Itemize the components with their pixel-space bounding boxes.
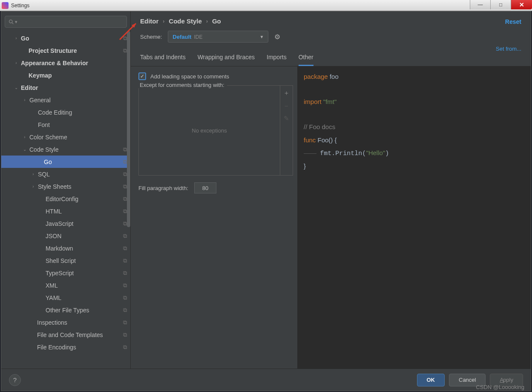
tree-scrollbar[interactable] [127, 31, 130, 369]
tree-item-xml[interactable]: XML⧉ [1, 279, 130, 291]
chevron-icon: ⌄ [13, 85, 19, 90]
scheme-label: Scheme: [140, 34, 162, 40]
leading-space-label: Add leading space to comments [150, 73, 229, 80]
chevron-icon: › [22, 135, 28, 139]
tree-item-shell-script[interactable]: Shell Script⧉ [1, 254, 130, 267]
breadcrumb-part[interactable]: Code Style [169, 17, 202, 25]
dialog-footer: ? OK Cancel Apply [1, 369, 531, 391]
tree-item-file-and-code-templates[interactable]: File and Code Templates⧉ [1, 329, 130, 341]
fill-width-row: Fill paragraph width: [138, 182, 293, 193]
tree-item-color-scheme[interactable]: ›Color Scheme [1, 131, 130, 143]
tree-item-file-encodings[interactable]: File Encodings⧉ [1, 341, 130, 353]
tree-item-json[interactable]: JSON⧉ [1, 230, 130, 242]
tree-item-appearance-behavior[interactable]: ›Appearance & Behavior [1, 57, 130, 69]
maximize-button[interactable]: □ [490, 0, 511, 9]
tree-item-go[interactable]: Go⧉ [1, 156, 130, 168]
tree-item-go[interactable]: ›Go⧉ [1, 32, 130, 44]
svg-point-0 [9, 20, 12, 23]
reset-link[interactable]: Reset [505, 18, 521, 25]
main-panel: Editor › Code Style › Go Reset Scheme: D… [131, 12, 531, 369]
chevron-down-icon: ▼ [259, 35, 264, 39]
breadcrumb-part: Go [212, 17, 221, 25]
breadcrumb: Editor › Code Style › Go [140, 17, 521, 25]
config-scope-icon: ⧉ [123, 196, 127, 202]
tree-item-code-editing[interactable]: Code Editing [1, 106, 130, 118]
except-legend: Except for comments starting with: [137, 82, 227, 88]
leading-space-checkbox-row: ✓ Add leading space to comments [138, 72, 293, 80]
tabs: Tabs and IndentsWrapping and BracesImpor… [131, 46, 531, 66]
tab-other[interactable]: Other [299, 54, 313, 66]
tab-imports[interactable]: Imports [267, 54, 287, 66]
tree-item-project-structure[interactable]: Project Structure⧉ [1, 44, 130, 57]
help-button[interactable]: ? [9, 374, 21, 386]
svg-line-1 [12, 23, 13, 24]
tree-item-typescript[interactable]: TypeScript⧉ [1, 267, 130, 279]
config-scope-icon: ⧉ [123, 47, 127, 54]
config-scope-icon: ⧉ [123, 208, 127, 215]
chevron-icon: › [30, 172, 36, 176]
tree-item-general[interactable]: ›General [1, 94, 130, 106]
tree-item-markdown[interactable]: Markdown⧉ [1, 242, 130, 254]
exceptions-box: No exceptions ＋ − ✎ [139, 86, 293, 175]
tree-item-style-sheets[interactable]: ›Style Sheets⧉ [1, 180, 130, 193]
settings-dialog: ▾ ›Go⧉Project Structure⧉›Appearance & Be… [1, 11, 531, 391]
tree-item-sql[interactable]: ›SQL⧉ [1, 168, 130, 180]
app-icon [2, 2, 9, 9]
config-scope-icon: ⧉ [123, 233, 127, 239]
config-scope-icon: ⧉ [123, 220, 127, 227]
breadcrumb-sep-icon: › [163, 18, 164, 24]
leading-space-checkbox[interactable]: ✓ [138, 72, 146, 80]
edit-exception-button[interactable]: ✎ [284, 115, 289, 122]
settings-tree[interactable]: ›Go⧉Project Structure⧉›Appearance & Beha… [1, 32, 130, 369]
gear-icon[interactable]: ⚙ [274, 33, 280, 41]
add-exception-button[interactable]: ＋ [283, 89, 290, 97]
tree-item-other-file-types[interactable]: Other File Types⧉ [1, 304, 130, 316]
tree-item-html[interactable]: HTML⧉ [1, 205, 130, 217]
tree-item-yaml[interactable]: YAML⧉ [1, 291, 130, 304]
chevron-icon: › [22, 98, 28, 102]
main-header: Editor › Code Style › Go Reset Scheme: D… [131, 12, 531, 46]
tab-tabs-and-indents[interactable]: Tabs and Indents [140, 54, 186, 66]
config-scope-icon: ⧉ [123, 171, 127, 178]
config-scope-icon: ⧉ [123, 282, 127, 289]
tree-item-keymap[interactable]: Keymap [1, 69, 130, 81]
minimize-button[interactable]: ― [470, 0, 490, 9]
tree-item-code-style[interactable]: ⌄Code Style⧉ [1, 143, 130, 156]
remove-exception-button[interactable]: − [285, 102, 288, 110]
window-buttons: ― □ ✕ [470, 0, 532, 9]
set-from-link[interactable]: Set from... [496, 46, 521, 52]
apply-button[interactable]: Apply [490, 374, 523, 386]
tab-wrapping-and-braces[interactable]: Wrapping and Braces [198, 54, 255, 66]
tree-item-editorconfig[interactable]: EditorConfig⧉ [1, 193, 130, 205]
scheme-row: Scheme: DefaultIDE ▼ ⚙ [140, 31, 521, 43]
scheme-select[interactable]: DefaultIDE ▼ [168, 31, 268, 43]
form-panel: ✓ Add leading space to comments Except f… [131, 66, 298, 369]
panel-body: ✓ Add leading space to comments Except f… [131, 66, 531, 369]
tree-item-inspections[interactable]: Inspections⧉ [1, 316, 130, 329]
tree-item-font[interactable]: Font [1, 118, 130, 131]
ok-button[interactable]: OK [417, 374, 445, 386]
dialog-content: ▾ ›Go⧉Project Structure⧉›Appearance & Be… [1, 12, 531, 369]
except-fieldset: Except for comments starting with: No ex… [138, 85, 293, 176]
exceptions-empty-text: No exceptions [139, 86, 280, 175]
tree-item-javascript[interactable]: JavaScript⧉ [1, 217, 130, 230]
config-scope-icon: ⧉ [123, 270, 127, 277]
window-title: Settings [11, 3, 29, 9]
search-icon [9, 19, 14, 25]
config-scope-icon: ⧉ [123, 245, 127, 252]
fill-width-input[interactable] [194, 182, 216, 193]
config-scope-icon: ⧉ [123, 331, 127, 338]
config-scope-icon: ⧉ [123, 159, 127, 165]
chevron-icon: › [13, 36, 19, 40]
breadcrumb-part[interactable]: Editor [140, 17, 158, 25]
sidebar: ▾ ›Go⧉Project Structure⧉›Appearance & Be… [1, 12, 131, 369]
close-button[interactable]: ✕ [511, 0, 532, 9]
titlebar: Settings ― □ ✕ [0, 0, 532, 11]
config-scope-icon: ⧉ [123, 307, 127, 314]
config-scope-icon: ⧉ [123, 257, 127, 264]
chevron-icon: ⌄ [22, 147, 28, 152]
cancel-button[interactable]: Cancel [449, 374, 486, 386]
search-input[interactable]: ▾ [5, 16, 127, 28]
config-scope-icon: ⧉ [123, 35, 127, 42]
tree-item-editor[interactable]: ⌄Editor [1, 81, 130, 94]
